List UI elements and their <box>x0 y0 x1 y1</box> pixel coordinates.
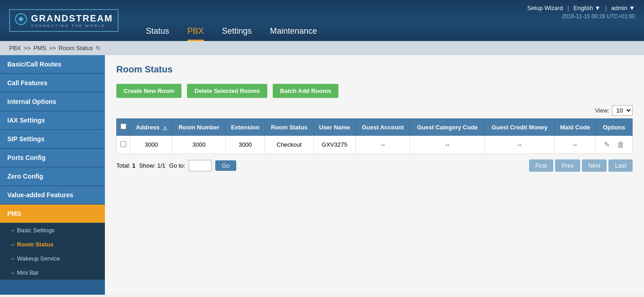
col-options: Options <box>596 119 633 136</box>
create-new-room-button[interactable]: Create New Room <box>116 84 182 98</box>
col-guest-category-code: Guest Category Code <box>410 119 485 136</box>
sidebar: Basic/Call Routes Call Features Internal… <box>0 55 105 295</box>
edit-icon[interactable]: ✎ <box>601 140 613 149</box>
header-right: Setup Wizard | English ▼ | admin ▼ 2016-… <box>527 5 635 20</box>
room-status-table: Address △ Room Number Extension Room Sta… <box>116 118 633 154</box>
first-button[interactable]: First <box>529 159 553 172</box>
cell-extension: 3000 <box>225 136 265 154</box>
sidebar-item-internal-options[interactable]: Internal Options <box>0 92 105 111</box>
sidebar-sub-room-status[interactable]: – Room Status <box>0 237 105 251</box>
sidebar-item-ports-config[interactable]: Ports Config <box>0 148 105 167</box>
language-dropdown-icon: ▼ <box>595 5 601 11</box>
logo-text: GRANDSTREAM <box>31 13 113 24</box>
go-button[interactable]: Go <box>215 160 236 171</box>
view-count-select[interactable]: 10 25 50 <box>612 105 633 116</box>
col-maid-code: Maid Code <box>555 119 596 136</box>
cell-room-status: Checkout <box>265 136 313 154</box>
sidebar-sub-mini-bar[interactable]: – Mini Bar <box>0 266 105 280</box>
setup-wizard-link[interactable]: Setup Wizard <box>527 5 563 11</box>
table-row: 3000 3000 3000 Checkout GXV3275 -- -- --… <box>117 136 633 154</box>
pagination-bar: Total: 1 Show: 1/1 Go to: Go First Prev … <box>116 159 633 172</box>
col-guest-account: Guest Account <box>356 119 410 136</box>
dash-icon3: – <box>11 269 14 276</box>
cell-guest-category-code: -- <box>410 136 485 154</box>
select-all-header <box>117 119 130 136</box>
main-layout: Basic/Call Routes Call Features Internal… <box>0 55 644 295</box>
cell-options: ✎ 🗑 <box>596 136 633 154</box>
breadcrumb-room-status: Room Status <box>59 45 93 51</box>
pagination-left: Total: 1 Show: 1/1 Go to: Go <box>116 160 236 171</box>
header: GRANDSTREAM CONNECTING THE WORLD Status … <box>0 0 644 41</box>
col-room-number: Room Number <box>172 119 225 136</box>
sidebar-item-pms[interactable]: PMS <box>0 205 105 223</box>
action-buttons: Create New Room Delete Selected Rooms Ba… <box>116 84 633 98</box>
admin-dropdown[interactable]: admin ▼ <box>611 5 635 11</box>
breadcrumb: PBX >> PMS >> Room Status ↻ <box>0 41 644 55</box>
nav-status[interactable]: Status <box>146 26 169 41</box>
content-area: Room Status Create New Room Delete Selec… <box>105 55 644 295</box>
cell-user-name: GXV3275 <box>313 136 356 154</box>
page-title: Room Status <box>116 64 633 75</box>
batch-add-rooms-button[interactable]: Batch Add Rooms <box>273 84 338 98</box>
sidebar-item-call-features[interactable]: Call Features <box>0 74 105 92</box>
col-extension: Extension <box>225 119 265 136</box>
nav-maintenance[interactable]: Maintenance <box>270 26 317 41</box>
last-button[interactable]: Last <box>608 159 633 172</box>
sidebar-item-sip-settings[interactable]: SIP Settings <box>0 130 105 148</box>
sidebar-item-value-added[interactable]: Value-added Features <box>0 186 105 205</box>
breadcrumb-pbx[interactable]: PBX <box>9 45 21 51</box>
sidebar-sub-basic-settings[interactable]: – Basic Settings <box>0 223 105 237</box>
row-checkbox[interactable] <box>120 141 126 147</box>
cell-room-number: 3000 <box>172 136 225 154</box>
dash-active-icon: – <box>11 241 14 248</box>
view-label: View: <box>595 107 609 114</box>
prev-button[interactable]: Prev <box>555 159 580 172</box>
goto-label: Go to: <box>169 162 185 169</box>
admin-dropdown-icon: ▼ <box>629 5 635 11</box>
cell-guest-credit-money: -- <box>485 136 555 154</box>
view-selector: View: 10 25 50 <box>116 105 633 116</box>
col-room-status: Room Status <box>265 119 313 136</box>
logo: GRANDSTREAM CONNECTING THE WORLD <box>9 9 119 32</box>
breadcrumb-pms[interactable]: PMS <box>33 45 46 51</box>
total-label: Total: 1 <box>116 162 135 169</box>
pagination-right: First Prev Next Last <box>529 159 633 172</box>
col-user-name: User Name <box>313 119 356 136</box>
nav-settings[interactable]: Settings <box>222 26 252 41</box>
cell-maid-code: -- <box>555 136 596 154</box>
refresh-icon[interactable]: ↻ <box>96 45 101 51</box>
logo-icon <box>15 13 27 28</box>
select-all-checkbox[interactable] <box>120 123 126 129</box>
separator2: | <box>605 5 607 11</box>
delete-selected-rooms-button[interactable]: Delete Selected Rooms <box>187 84 267 98</box>
language-selector[interactable]: English ▼ <box>574 5 601 11</box>
sidebar-item-basic-call-routes[interactable]: Basic/Call Routes <box>0 55 105 74</box>
sidebar-sub-wakeup-service[interactable]: – Wakeup Service <box>0 251 105 266</box>
cell-guest-account: -- <box>356 136 410 154</box>
dash-icon2: – <box>11 255 14 262</box>
sidebar-item-iax-settings[interactable]: IAX Settings <box>0 111 105 130</box>
row-checkbox-cell <box>117 136 130 154</box>
sort-icon-address[interactable]: △ <box>163 125 167 130</box>
goto-input[interactable] <box>189 160 212 171</box>
breadcrumb-sep2: >> <box>49 45 56 51</box>
sidebar-item-zero-config[interactable]: Zero Config <box>0 167 105 186</box>
next-button[interactable]: Next <box>582 159 607 172</box>
total-value: 1 <box>132 162 135 169</box>
datetime: 2016-11-15 00:28 UTC+01:00 <box>562 13 635 20</box>
show-label: Show: 1/1 <box>139 162 166 169</box>
delete-icon[interactable]: 🗑 <box>614 140 627 149</box>
separator1: | <box>567 5 569 11</box>
col-address: Address △ <box>130 119 172 136</box>
breadcrumb-sep1: >> <box>24 45 31 51</box>
col-guest-credit-money: Guest Credit Money <box>485 119 555 136</box>
dash-icon: – <box>11 227 14 234</box>
main-nav: Status PBX Settings Maintenance <box>146 0 317 41</box>
logo-sub: CONNECTING THE WORLD <box>31 24 106 28</box>
cell-address: 3000 <box>130 136 172 154</box>
nav-pbx[interactable]: PBX <box>187 26 204 41</box>
